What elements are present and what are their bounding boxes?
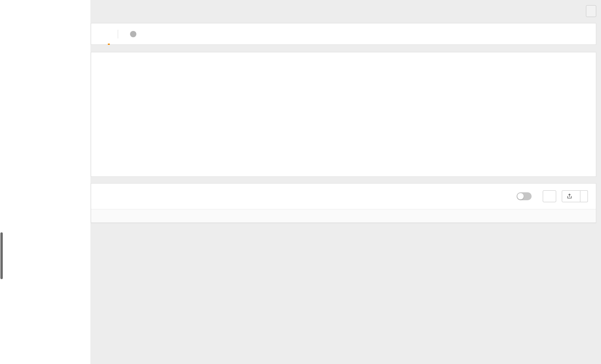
scrollbar-thumb[interactable] [0, 232, 3, 279]
show-changes-toggle[interactable] [517, 192, 532, 200]
export-split-button [562, 190, 588, 202]
table-header-bar [91, 184, 596, 209]
help-icon[interactable] [130, 31, 136, 37]
main-content [90, 0, 601, 364]
export-dropdown-button[interactable] [580, 190, 588, 202]
sidebar [0, 0, 90, 364]
page-header [90, 0, 601, 23]
chart-plot-area [99, 71, 575, 157]
manage-columns-button[interactable] [543, 190, 556, 202]
urls-table-card [91, 183, 596, 223]
reports-section-header [0, 5, 90, 18]
export-icon [567, 193, 572, 199]
table-controls [517, 190, 588, 202]
filter-tab-total[interactable] [108, 23, 110, 45]
table-column-headers [91, 209, 596, 223]
crawl-history-chart [99, 71, 588, 169]
export-button[interactable] [562, 190, 580, 202]
filter-bar [91, 23, 596, 45]
save-issue-as-button[interactable] [586, 5, 596, 17]
divider [118, 30, 118, 38]
crawl-history-card [91, 52, 596, 177]
